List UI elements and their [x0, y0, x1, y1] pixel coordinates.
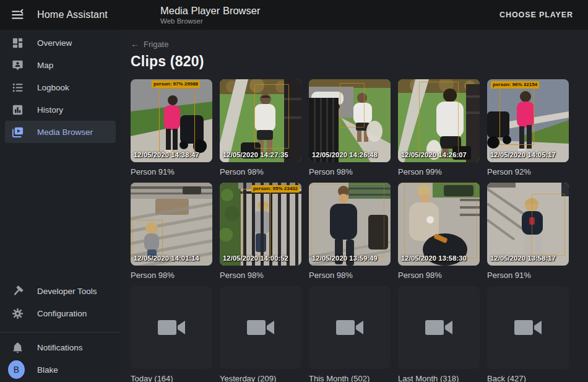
clip-thumbnail: 12/05/2020 13:59:49: [309, 183, 391, 266]
sidebar-item-label: Map: [37, 61, 53, 70]
sidebar-item-label: Logbook: [37, 83, 69, 92]
gear-icon: [10, 306, 25, 321]
detection-bbox: [532, 194, 565, 256]
clip-caption: Person 98%: [220, 271, 301, 281]
bell-icon: [10, 340, 25, 355]
clip-thumbnail: person: 96% 32154 12/05/2020 14:05:17: [487, 79, 569, 162]
clip-caption: Person 98%: [220, 167, 301, 178]
folder-card-yesterday[interactable]: Yesterday (209): [220, 286, 301, 382]
toolbar: Media Player Browser Web Browser CHOOSE …: [121, 5, 588, 25]
clip-card[interactable]: 12/05/2020 14:26:48 Person 98%: [309, 79, 391, 178]
folder-card-back[interactable]: Back (427): [487, 286, 569, 382]
folder-caption: Today (164): [131, 374, 212, 382]
sidebar-item-label: Notifications: [37, 343, 83, 352]
clip-timestamp: 12/05/2020 14:27:35: [223, 151, 288, 158]
back-arrow-icon: ←: [131, 39, 139, 49]
clip-caption: Person 99%: [398, 167, 480, 178]
sidebar-item-logbook[interactable]: Logbook: [5, 76, 116, 98]
chart-box-icon: [10, 102, 25, 117]
clip-thumbnail: 12/05/2020 14:01:14: [131, 183, 212, 266]
sidebar-item-label: Developer Tools: [37, 287, 97, 296]
account-map-icon: [10, 58, 25, 72]
sidebar-nav: Overview Map: [0, 30, 121, 143]
folder-card-this-month[interactable]: This Month (502): [309, 286, 391, 382]
clip-card[interactable]: 12/05/2020 13:59:49 Person 98%: [309, 183, 391, 281]
list-bulleted-icon: [10, 80, 25, 95]
sidebar-divider: [0, 332, 121, 332]
clip-timestamp: 12/05/2020 13:58:30: [401, 254, 467, 262]
clip-thumbnail: 12/05/2020 14:26:48: [309, 79, 391, 162]
sidebar-item-notifications[interactable]: Notifications: [5, 336, 116, 358]
detection-bbox: [159, 89, 195, 154]
clip-card[interactable]: 12/05/2020 13:58:30 Person 98%: [398, 183, 480, 281]
detection-bbox: [311, 184, 384, 257]
page-heading: Clips (820): [131, 53, 578, 70]
sidebar: Overview Map: [0, 30, 121, 382]
clip-card[interactable]: person: 96% 32154 12/05/2020 14:05:17 Pe…: [487, 79, 569, 178]
detection-bbox: [404, 183, 477, 258]
detection-label: person: 95% 23432: [251, 185, 300, 193]
clip-timestamp: 12/05/2020 14:26:48: [312, 151, 378, 158]
folder-card-today[interactable]: Today (164): [131, 286, 212, 382]
sidebar-item-map[interactable]: Map: [5, 54, 116, 76]
sidebar-item-label: Configuration: [37, 309, 87, 318]
sidebar-item-label: Overview: [37, 38, 72, 48]
app-name: Home Assistant: [37, 9, 108, 20]
clip-caption: Person 98%: [309, 167, 391, 178]
clip-timestamp: 12/05/2020 14:00:52: [223, 254, 288, 262]
clip-timestamp: 12/05/2020 14:05:17: [490, 151, 556, 158]
folder-caption: Yesterday (209): [220, 374, 301, 382]
detection-bbox: [132, 220, 163, 257]
clip-card[interactable]: 12/05/2020 14:26:07 Person 99%: [398, 79, 480, 178]
sidebar-item-user-profile[interactable]: B Blake: [5, 358, 116, 381]
sidebar-item-media-browser[interactable]: Media Browser: [5, 121, 116, 143]
folder-thumbnail: [309, 286, 391, 369]
clip-caption: Person 98%: [131, 271, 212, 281]
sidebar-item-developer-tools[interactable]: Developer Tools: [5, 280, 116, 302]
folder-caption: This Month (502): [309, 374, 391, 382]
clip-caption: Person 98%: [398, 271, 480, 281]
clip-card[interactable]: 12/05/2020 14:27:35 Person 98%: [220, 79, 301, 178]
detection-bbox: [242, 189, 270, 258]
sidebar-tools: Developer Tools: [0, 280, 121, 324]
clip-timestamp: 12/05/2020 14:01:14: [134, 254, 199, 262]
hammer-icon: [10, 284, 25, 298]
clip-caption: Person 91%: [131, 167, 212, 178]
folder-thumbnail: [487, 286, 569, 369]
home-assistant-app: Home Assistant Media Player Browser Web …: [0, 0, 588, 382]
sidebar-item-label: History: [37, 105, 63, 115]
detection-bbox: [340, 83, 365, 128]
choose-player-button[interactable]: CHOOSE PLAYER: [495, 7, 578, 23]
clip-card[interactable]: person: 97% 29988 12/05/2020 14:38:47 Pe…: [131, 79, 212, 178]
page-subtitle: Web Browser: [160, 17, 260, 25]
clip-thumbnail: 12/05/2020 14:27:35: [220, 79, 301, 162]
clip-thumbnail: 12/05/2020 13:58:30: [398, 183, 480, 266]
clip-timestamp: 12/05/2020 13:59:49: [312, 254, 378, 262]
sidebar-item-configuration[interactable]: Configuration: [5, 302, 116, 324]
clip-card[interactable]: person: 95% 23432 12/05/2020 14:00:52 Pe…: [220, 183, 301, 281]
view-dashboard-icon: [10, 35, 25, 50]
folder-card-last-month[interactable]: Last Month (318): [398, 286, 480, 382]
sidebar-item-history[interactable]: History: [5, 98, 116, 121]
video-camera-icon: [425, 318, 452, 337]
sidebar-toggle-icon[interactable]: [10, 7, 25, 22]
sidebar-item-label: Blake: [37, 365, 58, 375]
video-camera-icon: [514, 318, 542, 337]
clip-thumbnail: 12/05/2020 14:26:07: [398, 79, 480, 162]
clip-card[interactable]: 12/05/2020 13:58:17 Person 91%: [487, 183, 569, 281]
folder-caption: Last Month (318): [398, 374, 480, 382]
video-camera-icon: [158, 318, 185, 337]
clip-caption: Person 91%: [487, 271, 569, 281]
clip-card[interactable]: 12/05/2020 14:01:14 Person 98%: [131, 183, 212, 281]
detection-bbox: [499, 87, 534, 145]
page-title-block: Media Player Browser Web Browser: [160, 5, 260, 25]
sidebar-item-overview[interactable]: Overview: [5, 32, 116, 54]
detection-label: person: 97% 29988: [152, 80, 200, 88]
detection-label: person: 96% 32154: [491, 81, 539, 89]
clip-thumbnail: person: 95% 23432 12/05/2020 14:00:52: [220, 183, 301, 266]
clip-caption: Person 92%: [487, 167, 569, 178]
clip-timestamp: 12/05/2020 14:26:07: [401, 151, 467, 158]
detection-bbox: [254, 84, 289, 149]
breadcrumb-back-link[interactable]: ← Frigate: [131, 39, 168, 49]
breadcrumb-label: Frigate: [144, 40, 168, 49]
